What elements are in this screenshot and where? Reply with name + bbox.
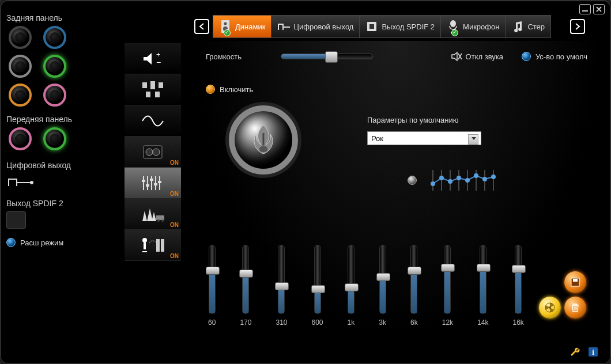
tab-check-icon [451, 29, 458, 36]
jack-back-6[interactable] [43, 84, 66, 107]
settings-button[interactable] [570, 346, 582, 358]
eq-band-170: 170 [240, 245, 251, 327]
default-device-toggle[interactable]: Ус-во по умолч [522, 52, 587, 61]
enable-toggle[interactable]: Включить [206, 85, 587, 94]
jack-back-3[interactable] [9, 55, 32, 78]
svg-point-11 [153, 149, 160, 156]
eq-freq-label: 600 [312, 318, 323, 327]
main-content: Громкость Откл звука Ус-во по умолч Вклю… [194, 41, 599, 335]
eq-slider-6k[interactable] [410, 245, 417, 314]
volume-row: Громкость Откл звука Ус-во по умолч [206, 51, 587, 62]
rail-item-equalizer[interactable]: ON [125, 168, 181, 199]
enable-radio-icon [206, 85, 215, 94]
jack-back-2[interactable] [43, 26, 66, 49]
preset-select[interactable]: Рок [367, 131, 481, 145]
svg-point-56 [491, 175, 496, 179]
window-controls [579, 4, 605, 14]
svg-point-49 [431, 181, 435, 186]
back-panel-title: Задняя панель [6, 13, 107, 22]
eq-freq-label: 6k [410, 318, 418, 327]
preset-dial[interactable] [229, 105, 298, 175]
custom-eq-toggle-row [408, 168, 496, 193]
radiation-icon [545, 302, 555, 313]
preset-action-buttons [539, 271, 586, 318]
tab-label: Выход SPDIF 2 [382, 22, 435, 31]
svg-rect-7 [146, 92, 150, 97]
eq-slider-12k[interactable] [444, 245, 451, 314]
advanced-mode-toggle[interactable]: Расш режим [6, 238, 107, 247]
karaoke-icon [139, 236, 167, 255]
eq-slider-170[interactable] [242, 245, 249, 314]
info-button[interactable]: i [587, 346, 599, 358]
delete-preset-button[interactable] [564, 297, 586, 318]
tab-digital[interactable]: Цифровой выход [271, 15, 360, 38]
mute-toggle[interactable]: Откл звука [451, 51, 503, 62]
svg-point-39 [450, 20, 456, 27]
on-indicator: ON [170, 160, 179, 166]
trash-icon [570, 302, 580, 313]
svg-rect-8 [155, 92, 160, 97]
svg-rect-29 [144, 242, 146, 249]
on-indicator: ON [170, 191, 179, 197]
jack-back-5[interactable] [9, 84, 32, 107]
device-tabs: ДинамикЦифровой выходВыход SPDIF 2Микроф… [194, 14, 585, 39]
eq-slider-3k[interactable] [379, 245, 386, 314]
reset-preset-button[interactable] [539, 297, 561, 318]
rail-item-karaoke[interactable]: ON [125, 230, 181, 261]
mute-label: Откл звука [466, 52, 503, 61]
eq-slider-60[interactable] [209, 245, 216, 314]
default-device-label: Ус-во по умолч [535, 52, 587, 61]
svg-rect-18 [146, 184, 149, 187]
tab-speaker[interactable]: Динамик [213, 15, 271, 38]
eq-slider-310[interactable] [278, 245, 285, 314]
jack-front-2[interactable] [43, 127, 66, 150]
rail-item-volume[interactable]: +− [125, 43, 181, 74]
spdif2-port-icon[interactable] [6, 211, 26, 229]
eq-freq-label: 3k [379, 318, 386, 327]
eq-slider-600[interactable] [314, 245, 321, 314]
eq-slider-16k[interactable] [515, 245, 522, 314]
default-device-radio-icon [522, 52, 531, 61]
dropdown-caret-icon [472, 137, 476, 140]
boombox-icon [142, 143, 163, 161]
eq-freq-label: 12k [442, 318, 453, 327]
rail-item-environment[interactable]: ON [125, 199, 181, 230]
advanced-mode-radio-icon [6, 238, 16, 247]
tab-mic[interactable]: Микрофон [441, 15, 506, 38]
rail-item-boombox[interactable]: ON [125, 136, 181, 168]
svg-point-1 [30, 181, 33, 184]
svg-rect-5 [150, 81, 155, 89]
jack-back-4[interactable] [43, 55, 66, 78]
volume-slider[interactable] [281, 54, 373, 59]
tab-scroll-left[interactable] [194, 19, 209, 34]
eq-slider-14k[interactable] [480, 245, 486, 314]
tab-label: Микрофон [463, 22, 499, 31]
minimize-button[interactable] [579, 4, 591, 14]
jack-front-1[interactable] [9, 127, 32, 150]
mini-eq-icon[interactable] [427, 168, 496, 193]
eq-freq-label: 16k [513, 318, 524, 327]
tab-music[interactable]: Стер [506, 15, 551, 38]
eq-freq-label: 170 [240, 318, 251, 327]
custom-eq-radio[interactable] [408, 176, 417, 185]
rail-item-sine[interactable] [125, 105, 181, 136]
tab-spdif[interactable]: Выход SPDIF 2 [360, 15, 441, 38]
svg-text:−: − [156, 58, 161, 67]
wrench-icon [570, 346, 582, 358]
svg-point-28 [142, 238, 147, 242]
default-params: Параметры по умолчанию Рок [367, 116, 481, 145]
eq-slider-1k[interactable] [348, 245, 354, 314]
digital-out-icon [6, 175, 107, 188]
close-button[interactable] [593, 4, 605, 14]
eq-freq-label: 14k [477, 318, 488, 327]
svg-rect-0 [582, 10, 588, 12]
digital-icon [277, 20, 290, 33]
svg-rect-32 [161, 239, 164, 252]
jack-back-1[interactable] [9, 26, 32, 49]
tab-scroll-right[interactable] [570, 19, 585, 34]
equalizer: 60 170 310 600 1k 3k 6k [208, 245, 524, 327]
feature-rail: +−ONONONON [125, 33, 182, 261]
svg-rect-21 [158, 181, 161, 183]
save-preset-button[interactable] [564, 271, 586, 293]
rail-item-speakers[interactable] [125, 74, 181, 105]
